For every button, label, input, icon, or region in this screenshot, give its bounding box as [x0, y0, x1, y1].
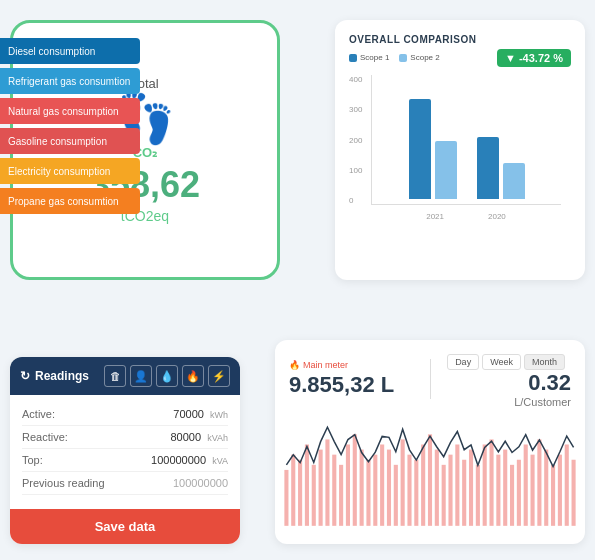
svg-rect-27: [469, 450, 473, 526]
legend-bars: Diesel consumption Refrigerant gas consu…: [0, 38, 140, 214]
top-label: Top:: [22, 454, 43, 466]
time-buttons: Day Week Month: [441, 354, 572, 370]
svg-rect-2: [298, 460, 302, 526]
comparison-chart: 400 300 200 100 0 2021 2020: [349, 75, 571, 235]
previous-value: 100000000: [173, 477, 228, 489]
electric-icon[interactable]: ⚡: [208, 365, 230, 387]
day-button[interactable]: Day: [447, 354, 479, 370]
meter-right-value: 0.32: [441, 370, 572, 396]
readings-card: ↻ Readings 🗑 👤 💧 🔥 ⚡ Active: 70000 kWh R…: [10, 357, 240, 544]
bar-2020-s2: [503, 163, 525, 199]
reactive-unit: kVAh: [207, 433, 228, 443]
month-button[interactable]: Month: [524, 354, 565, 370]
bar-2020-s1: [477, 137, 499, 199]
legend-item-electricity: Electricity consumption: [0, 158, 140, 184]
comparison-legend: Scope 1 Scope 2 ▼ -43.72 %: [349, 53, 571, 67]
scope2-dot: [399, 54, 407, 62]
svg-rect-8: [339, 465, 343, 526]
top-value: 100000000: [151, 454, 206, 466]
svg-rect-15: [387, 450, 391, 526]
bar-group-2020: [477, 137, 525, 199]
svg-rect-24: [448, 455, 452, 526]
svg-rect-25: [455, 445, 459, 526]
svg-rect-14: [380, 445, 384, 526]
legend-item-propane: Propane gas consumtion: [0, 188, 140, 214]
svg-rect-11: [360, 450, 364, 526]
svg-rect-40: [558, 455, 562, 526]
meter-main-value: 9.855,32 L: [289, 372, 420, 398]
svg-rect-0: [284, 470, 288, 526]
svg-rect-5: [319, 450, 323, 526]
bar-2021-s2: [435, 141, 457, 199]
svg-rect-35: [524, 445, 528, 526]
week-button[interactable]: Week: [482, 354, 521, 370]
svg-rect-23: [442, 465, 446, 526]
user-icon[interactable]: 👤: [130, 365, 152, 387]
svg-rect-7: [332, 455, 336, 526]
svg-rect-34: [517, 460, 521, 526]
svg-rect-36: [531, 455, 535, 526]
comparison-title: OVERALL COMPARISON: [349, 34, 477, 45]
svg-rect-9: [346, 445, 350, 526]
meter-divider: [430, 359, 431, 399]
legend-item-natural: Natural gas consumption: [0, 98, 140, 124]
top-unit: kVA: [212, 456, 228, 466]
trash-icon[interactable]: 🗑: [104, 365, 126, 387]
svg-rect-39: [551, 465, 555, 526]
svg-rect-32: [503, 450, 507, 526]
svg-rect-28: [476, 465, 480, 526]
reading-top: Top: 100000000 kVA: [22, 449, 228, 472]
svg-rect-29: [483, 445, 487, 526]
scope1-legend: Scope 1: [349, 53, 389, 67]
meter-left: 🔥 Main meter 9.855,32 L: [289, 360, 420, 398]
active-label: Active:: [22, 408, 55, 420]
meter-right: Day Week Month 0.32 L/Customer: [441, 350, 572, 408]
svg-rect-3: [305, 445, 309, 526]
chart-y-labels: 400 300 200 100 0: [349, 75, 366, 205]
readings-body: Active: 70000 kWh Reactive: 80000 kVAh T…: [10, 395, 240, 503]
svg-rect-17: [401, 439, 405, 525]
svg-rect-41: [565, 445, 569, 526]
svg-rect-10: [353, 434, 357, 525]
water-icon[interactable]: 💧: [156, 365, 178, 387]
reactive-value: 80000: [171, 431, 202, 443]
svg-rect-37: [537, 439, 541, 525]
svg-rect-20: [421, 445, 425, 526]
readings-icons[interactable]: 🗑 👤 💧 🔥 ⚡: [104, 365, 230, 387]
reading-active: Active: 70000 kWh: [22, 403, 228, 426]
comparison-badge: ▼ -43.72 %: [497, 49, 571, 67]
svg-rect-18: [407, 455, 411, 526]
svg-rect-21: [428, 434, 432, 525]
previous-label: Previous reading: [22, 477, 105, 489]
bar-2021-s1: [409, 99, 431, 199]
flame-icon: 🔥: [289, 360, 300, 370]
svg-rect-26: [462, 460, 466, 526]
active-unit: kWh: [210, 410, 228, 420]
active-value: 70000: [173, 408, 204, 420]
svg-rect-22: [435, 450, 439, 526]
chart-bars: [371, 75, 561, 205]
svg-rect-16: [394, 465, 398, 526]
fire-icon[interactable]: 🔥: [182, 365, 204, 387]
svg-rect-31: [496, 455, 500, 526]
legend-item-refrigerant: Refrigerant gas consumtion: [0, 68, 140, 94]
save-button[interactable]: Save data: [10, 509, 240, 544]
svg-rect-4: [312, 465, 316, 526]
svg-rect-42: [572, 460, 576, 526]
x-label-2021: 2021: [426, 212, 444, 221]
svg-rect-1: [291, 455, 295, 526]
meter-right-unit: L/Customer: [441, 396, 572, 408]
readings-refresh-icon: ↻: [20, 369, 30, 383]
sparkline-svg: bars: [283, 414, 577, 536]
reading-reactive: Reactive: 80000 kVAh: [22, 426, 228, 449]
readings-header: ↻ Readings 🗑 👤 💧 🔥 ⚡: [10, 357, 240, 395]
legend-item-gasoline: Gasoline consumption: [0, 128, 140, 154]
comparison-card: OVERALL COMPARISON Scope 1 Scope 2 ▼ -43…: [335, 20, 585, 280]
svg-rect-6: [325, 439, 329, 525]
reading-previous: Previous reading 100000000: [22, 472, 228, 495]
scope1-dot: [349, 54, 357, 62]
svg-rect-12: [366, 460, 370, 526]
svg-rect-30: [489, 439, 493, 525]
chart-x-labels: 2021 2020: [371, 212, 561, 221]
sparkline-chart: bars: [275, 414, 585, 544]
